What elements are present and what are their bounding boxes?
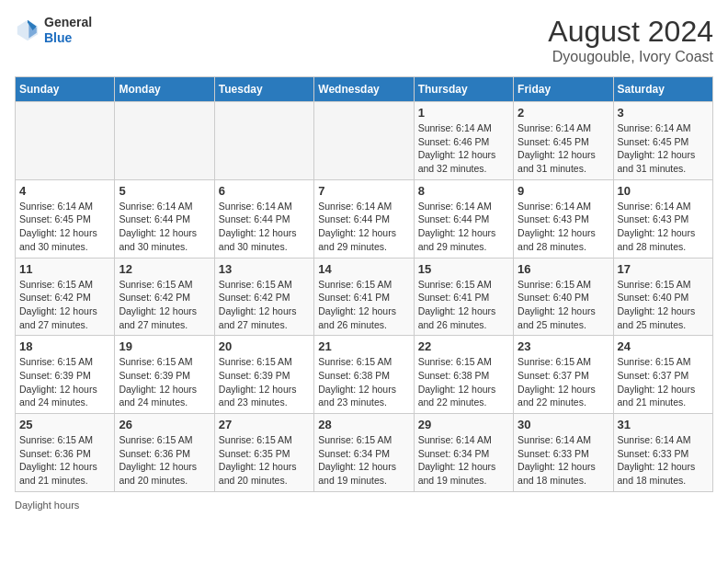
calendar-day-cell: 26Sunrise: 6:15 AMSunset: 6:36 PMDayligh… (115, 414, 214, 492)
day-number: 27 (219, 418, 310, 431)
day-number: 18 (19, 339, 110, 353)
calendar-day-cell: 10Sunrise: 6:14 AMSunset: 6:43 PMDayligh… (613, 179, 712, 258)
day-info: Sunrise: 6:14 AMSunset: 6:45 PMDaylight:… (618, 121, 709, 176)
logo-icon (15, 17, 40, 43)
day-info: Sunrise: 6:14 AMSunset: 6:44 PMDaylight:… (318, 200, 409, 254)
calendar-day-cell (314, 102, 414, 180)
calendar-day-cell: 27Sunrise: 6:15 AMSunset: 6:35 PMDayligh… (214, 414, 313, 492)
day-info: Sunrise: 6:15 AMSunset: 6:39 PMDaylight:… (219, 355, 310, 409)
calendar-day-cell (115, 102, 214, 180)
day-number: 30 (518, 418, 609, 431)
calendar-table: SundayMondayTuesdayWednesdayThursdayFrid… (15, 76, 713, 492)
calendar-day-cell: 8Sunrise: 6:14 AMSunset: 6:44 PMDaylight… (414, 179, 513, 258)
day-info: Sunrise: 6:15 AMSunset: 6:37 PMDaylight:… (518, 355, 609, 409)
calendar-day-cell: 20Sunrise: 6:15 AMSunset: 6:39 PMDayligh… (214, 336, 313, 414)
calendar-day-cell: 29Sunrise: 6:14 AMSunset: 6:34 PMDayligh… (414, 414, 513, 492)
day-number: 23 (518, 339, 609, 353)
calendar-day-cell: 4Sunrise: 6:14 AMSunset: 6:45 PMDaylight… (16, 179, 115, 258)
calendar-day-cell: 21Sunrise: 6:15 AMSunset: 6:38 PMDayligh… (314, 336, 414, 414)
calendar-day-cell: 28Sunrise: 6:15 AMSunset: 6:34 PMDayligh… (314, 414, 414, 492)
calendar-day-cell (214, 102, 313, 180)
calendar-day-cell: 7Sunrise: 6:14 AMSunset: 6:44 PMDaylight… (314, 179, 414, 258)
day-number: 11 (19, 262, 110, 276)
calendar-day-cell: 16Sunrise: 6:15 AMSunset: 6:40 PMDayligh… (514, 258, 613, 336)
day-number: 13 (219, 262, 310, 276)
day-of-week-header: Thursday (414, 77, 513, 102)
day-info: Sunrise: 6:15 AMSunset: 6:36 PMDaylight:… (119, 433, 210, 488)
day-info: Sunrise: 6:14 AMSunset: 6:44 PMDaylight:… (219, 200, 310, 254)
calendar-day-cell: 30Sunrise: 6:14 AMSunset: 6:33 PMDayligh… (514, 414, 613, 492)
day-info: Sunrise: 6:15 AMSunset: 6:34 PMDaylight:… (318, 433, 409, 488)
day-number: 31 (618, 418, 709, 431)
day-info: Sunrise: 6:14 AMSunset: 6:44 PMDaylight:… (418, 200, 509, 254)
day-info: Sunrise: 6:15 AMSunset: 6:36 PMDaylight:… (19, 433, 110, 488)
day-number: 25 (19, 418, 110, 431)
day-number: 12 (119, 262, 210, 276)
day-info: Sunrise: 6:14 AMSunset: 6:34 PMDaylight:… (418, 433, 509, 488)
day-of-week-header: Wednesday (314, 77, 414, 102)
header-row: SundayMondayTuesdayWednesdayThursdayFrid… (16, 77, 713, 102)
day-info: Sunrise: 6:15 AMSunset: 6:42 PMDaylight:… (19, 278, 110, 332)
calendar-day-cell: 11Sunrise: 6:15 AMSunset: 6:42 PMDayligh… (16, 258, 115, 336)
calendar-day-cell: 3Sunrise: 6:14 AMSunset: 6:45 PMDaylight… (613, 102, 712, 180)
calendar-day-cell: 25Sunrise: 6:15 AMSunset: 6:36 PMDayligh… (16, 414, 115, 492)
day-info: Sunrise: 6:15 AMSunset: 6:41 PMDaylight:… (318, 278, 409, 332)
day-number: 26 (119, 418, 210, 431)
title-block: August 2024 Dyougouble, Ivory Coast (548, 15, 713, 65)
day-info: Sunrise: 6:14 AMSunset: 6:43 PMDaylight:… (518, 200, 609, 254)
day-number: 16 (518, 262, 609, 276)
day-info: Sunrise: 6:14 AMSunset: 6:45 PMDaylight:… (518, 121, 609, 176)
calendar-day-cell: 13Sunrise: 6:15 AMSunset: 6:42 PMDayligh… (214, 258, 313, 336)
logo-blue: Blue (44, 30, 92, 46)
day-info: Sunrise: 6:14 AMSunset: 6:46 PMDaylight:… (418, 121, 509, 176)
calendar-day-cell: 15Sunrise: 6:15 AMSunset: 6:41 PMDayligh… (414, 258, 513, 336)
day-number: 29 (418, 418, 509, 431)
calendar-day-cell: 6Sunrise: 6:14 AMSunset: 6:44 PMDaylight… (214, 179, 313, 258)
day-info: Sunrise: 6:15 AMSunset: 6:40 PMDaylight:… (518, 278, 609, 332)
day-info: Sunrise: 6:15 AMSunset: 6:40 PMDaylight:… (618, 278, 709, 332)
day-info: Sunrise: 6:15 AMSunset: 6:37 PMDaylight:… (618, 355, 709, 409)
day-number: 21 (318, 339, 409, 353)
day-info: Sunrise: 6:14 AMSunset: 6:43 PMDaylight:… (618, 200, 709, 254)
day-number: 24 (618, 339, 709, 353)
calendar-day-cell: 19Sunrise: 6:15 AMSunset: 6:39 PMDayligh… (115, 336, 214, 414)
calendar-week-row: 18Sunrise: 6:15 AMSunset: 6:39 PMDayligh… (16, 336, 713, 414)
page-header: General Blue August 2024 Dyougouble, Ivo… (15, 15, 713, 65)
logo-general: General (44, 15, 92, 30)
day-info: Sunrise: 6:15 AMSunset: 6:35 PMDaylight:… (219, 433, 310, 488)
day-of-week-header: Tuesday (214, 77, 313, 102)
logo: General Blue (15, 15, 92, 46)
calendar-day-cell: 17Sunrise: 6:15 AMSunset: 6:40 PMDayligh… (613, 258, 712, 336)
day-info: Sunrise: 6:15 AMSunset: 6:39 PMDaylight:… (119, 355, 210, 409)
day-number: 20 (219, 339, 310, 353)
day-info: Sunrise: 6:14 AMSunset: 6:45 PMDaylight:… (19, 200, 110, 254)
calendar-day-cell: 31Sunrise: 6:14 AMSunset: 6:33 PMDayligh… (613, 414, 712, 492)
calendar-week-row: 25Sunrise: 6:15 AMSunset: 6:36 PMDayligh… (16, 414, 713, 492)
day-number: 15 (418, 262, 509, 276)
footer-note: Daylight hours (15, 500, 713, 511)
calendar-day-cell: 24Sunrise: 6:15 AMSunset: 6:37 PMDayligh… (613, 336, 712, 414)
day-number: 19 (119, 339, 210, 353)
day-of-week-header: Sunday (16, 77, 115, 102)
day-number: 17 (618, 262, 709, 276)
calendar-day-cell: 18Sunrise: 6:15 AMSunset: 6:39 PMDayligh… (16, 336, 115, 414)
day-info: Sunrise: 6:15 AMSunset: 6:38 PMDaylight:… (418, 355, 509, 409)
day-number: 3 (618, 106, 709, 120)
day-number: 6 (219, 184, 310, 198)
calendar-day-cell: 1Sunrise: 6:14 AMSunset: 6:46 PMDaylight… (414, 102, 513, 180)
calendar-week-row: 11Sunrise: 6:15 AMSunset: 6:42 PMDayligh… (16, 258, 713, 336)
calendar-day-cell: 2Sunrise: 6:14 AMSunset: 6:45 PMDaylight… (514, 102, 613, 180)
calendar-day-cell (16, 102, 115, 180)
day-info: Sunrise: 6:14 AMSunset: 6:33 PMDaylight:… (518, 433, 609, 488)
calendar-body: 1Sunrise: 6:14 AMSunset: 6:46 PMDaylight… (16, 102, 713, 492)
calendar-day-cell: 22Sunrise: 6:15 AMSunset: 6:38 PMDayligh… (414, 336, 513, 414)
day-number: 9 (518, 184, 609, 198)
calendar-day-cell: 5Sunrise: 6:14 AMSunset: 6:44 PMDaylight… (115, 179, 214, 258)
day-number: 10 (618, 184, 709, 198)
day-number: 8 (418, 184, 509, 198)
day-of-week-header: Saturday (613, 77, 712, 102)
calendar-day-cell: 14Sunrise: 6:15 AMSunset: 6:41 PMDayligh… (314, 258, 414, 336)
calendar-day-cell: 12Sunrise: 6:15 AMSunset: 6:42 PMDayligh… (115, 258, 214, 336)
location: Dyougouble, Ivory Coast (548, 49, 713, 65)
day-of-week-header: Friday (514, 77, 613, 102)
